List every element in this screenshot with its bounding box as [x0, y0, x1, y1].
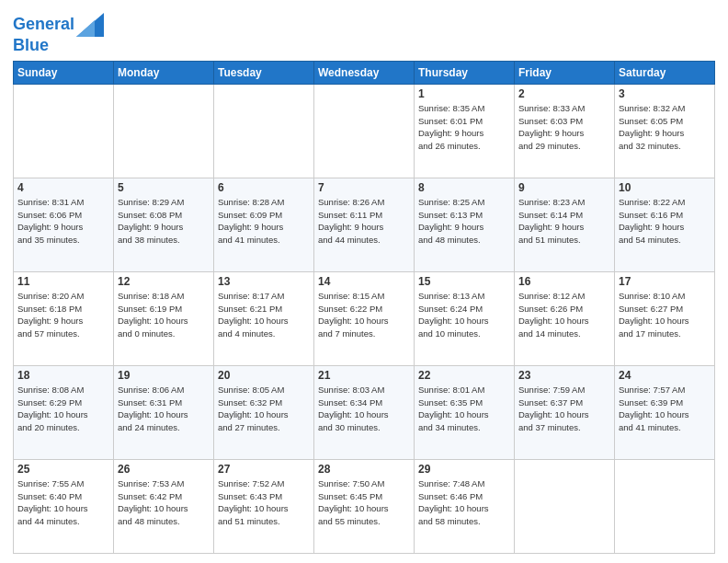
day-number: 4: [17, 181, 109, 194]
calendar-table: SundayMondayTuesdayWednesdayThursdayFrid…: [13, 61, 715, 554]
day-number: 15: [418, 275, 510, 288]
day-number: 2: [518, 87, 610, 100]
day-cell: 12Sunrise: 8:18 AM Sunset: 6:19 PM Dayli…: [114, 271, 214, 365]
day-cell: 14Sunrise: 8:15 AM Sunset: 6:22 PM Dayli…: [314, 271, 415, 365]
day-info: Sunrise: 8:23 AM Sunset: 6:14 PM Dayligh…: [518, 196, 610, 247]
week-row-1: 4Sunrise: 8:31 AM Sunset: 6:06 PM Daylig…: [14, 178, 715, 271]
day-info: Sunrise: 8:29 AM Sunset: 6:08 PM Dayligh…: [118, 196, 210, 247]
day-info: Sunrise: 7:50 AM Sunset: 6:45 PM Dayligh…: [318, 477, 410, 528]
day-number: 10: [619, 181, 711, 194]
header: General Blue: [13, 9, 715, 55]
day-number: 22: [418, 369, 510, 382]
day-info: Sunrise: 8:20 AM Sunset: 6:18 PM Dayligh…: [17, 290, 109, 340]
col-header-monday: Monday: [114, 61, 214, 84]
day-cell: 23Sunrise: 7:59 AM Sunset: 6:37 PM Dayli…: [515, 365, 615, 459]
day-number: 16: [518, 275, 610, 288]
day-info: Sunrise: 8:33 AM Sunset: 6:03 PM Dayligh…: [518, 102, 610, 153]
day-number: 9: [518, 181, 610, 194]
day-info: Sunrise: 8:12 AM Sunset: 6:26 PM Dayligh…: [518, 290, 610, 340]
day-info: Sunrise: 8:08 AM Sunset: 6:29 PM Dayligh…: [17, 384, 109, 434]
day-number: 21: [318, 369, 410, 382]
day-cell: 4Sunrise: 8:31 AM Sunset: 6:06 PM Daylig…: [14, 178, 114, 271]
day-cell: 13Sunrise: 8:17 AM Sunset: 6:21 PM Dayli…: [214, 271, 314, 365]
day-number: 28: [318, 463, 410, 476]
day-info: Sunrise: 8:10 AM Sunset: 6:27 PM Dayligh…: [619, 290, 711, 340]
day-info: Sunrise: 8:28 AM Sunset: 6:09 PM Dayligh…: [218, 196, 310, 247]
svg-marker-1: [76, 20, 95, 37]
col-header-sunday: Sunday: [14, 61, 114, 84]
day-cell: 5Sunrise: 8:29 AM Sunset: 6:08 PM Daylig…: [114, 178, 214, 271]
col-header-tuesday: Tuesday: [214, 61, 314, 84]
day-info: Sunrise: 8:15 AM Sunset: 6:22 PM Dayligh…: [318, 290, 410, 340]
day-cell: 19Sunrise: 8:06 AM Sunset: 6:31 PM Dayli…: [114, 365, 214, 459]
day-info: Sunrise: 8:17 AM Sunset: 6:21 PM Dayligh…: [218, 290, 310, 340]
day-number: 29: [418, 463, 510, 476]
day-cell: 21Sunrise: 8:03 AM Sunset: 6:34 PM Dayli…: [314, 365, 415, 459]
day-number: 14: [318, 275, 410, 288]
day-cell: 17Sunrise: 8:10 AM Sunset: 6:27 PM Dayli…: [615, 271, 715, 365]
day-info: Sunrise: 8:01 AM Sunset: 6:35 PM Dayligh…: [418, 384, 510, 434]
day-number: 24: [619, 369, 711, 382]
day-info: Sunrise: 7:57 AM Sunset: 6:39 PM Dayligh…: [619, 384, 711, 434]
day-info: Sunrise: 8:25 AM Sunset: 6:13 PM Dayligh…: [418, 196, 510, 247]
col-header-friday: Friday: [515, 61, 615, 84]
col-header-thursday: Thursday: [415, 61, 515, 84]
day-number: 6: [218, 181, 310, 194]
day-cell: 9Sunrise: 8:23 AM Sunset: 6:14 PM Daylig…: [515, 178, 615, 271]
day-cell: 6Sunrise: 8:28 AM Sunset: 6:09 PM Daylig…: [214, 178, 314, 271]
day-cell: 29Sunrise: 7:48 AM Sunset: 6:46 PM Dayli…: [415, 459, 515, 553]
day-number: 5: [118, 181, 210, 194]
day-cell: 3Sunrise: 8:32 AM Sunset: 6:05 PM Daylig…: [615, 84, 715, 178]
day-info: Sunrise: 7:53 AM Sunset: 6:42 PM Dayligh…: [118, 477, 210, 528]
week-row-2: 11Sunrise: 8:20 AM Sunset: 6:18 PM Dayli…: [14, 271, 715, 365]
day-cell: 7Sunrise: 8:26 AM Sunset: 6:11 PM Daylig…: [314, 178, 415, 271]
day-number: 19: [118, 369, 210, 382]
col-header-wednesday: Wednesday: [314, 61, 415, 84]
logo-text: General: [13, 16, 74, 34]
day-info: Sunrise: 8:22 AM Sunset: 6:16 PM Dayligh…: [619, 196, 711, 247]
day-info: Sunrise: 7:48 AM Sunset: 6:46 PM Dayligh…: [418, 477, 510, 528]
day-cell: 15Sunrise: 8:13 AM Sunset: 6:24 PM Dayli…: [415, 271, 515, 365]
day-number: 12: [118, 275, 210, 288]
col-header-saturday: Saturday: [615, 61, 715, 84]
day-cell: 27Sunrise: 7:52 AM Sunset: 6:43 PM Dayli…: [214, 459, 314, 553]
day-cell: [615, 459, 715, 553]
day-cell: 28Sunrise: 7:50 AM Sunset: 6:45 PM Dayli…: [314, 459, 415, 553]
day-cell: 25Sunrise: 7:55 AM Sunset: 6:40 PM Dayli…: [14, 459, 114, 553]
day-cell: [515, 459, 615, 553]
week-row-3: 18Sunrise: 8:08 AM Sunset: 6:29 PM Dayli…: [14, 365, 715, 459]
day-cell: [14, 84, 114, 178]
day-info: Sunrise: 8:18 AM Sunset: 6:19 PM Dayligh…: [118, 290, 210, 340]
day-info: Sunrise: 8:13 AM Sunset: 6:24 PM Dayligh…: [418, 290, 510, 340]
day-number: 17: [619, 275, 711, 288]
calendar-page: General Blue SundayMondayTuesdayWednesda…: [0, 0, 728, 563]
day-cell: 10Sunrise: 8:22 AM Sunset: 6:16 PM Dayli…: [615, 178, 715, 271]
logo: General Blue: [13, 13, 104, 55]
day-info: Sunrise: 8:32 AM Sunset: 6:05 PM Dayligh…: [619, 102, 711, 153]
calendar-header-row: SundayMondayTuesdayWednesdayThursdayFrid…: [14, 61, 715, 84]
day-info: Sunrise: 8:31 AM Sunset: 6:06 PM Dayligh…: [17, 196, 109, 247]
day-number: 26: [118, 463, 210, 476]
logo-icon: [76, 13, 104, 37]
day-info: Sunrise: 8:35 AM Sunset: 6:01 PM Dayligh…: [418, 102, 510, 153]
day-info: Sunrise: 7:59 AM Sunset: 6:37 PM Dayligh…: [518, 384, 610, 434]
day-info: Sunrise: 7:55 AM Sunset: 6:40 PM Dayligh…: [17, 477, 109, 528]
day-info: Sunrise: 8:26 AM Sunset: 6:11 PM Dayligh…: [318, 196, 410, 247]
day-cell: 24Sunrise: 7:57 AM Sunset: 6:39 PM Dayli…: [615, 365, 715, 459]
day-number: 11: [17, 275, 109, 288]
day-number: 27: [218, 463, 310, 476]
day-number: 23: [518, 369, 610, 382]
day-cell: 1Sunrise: 8:35 AM Sunset: 6:01 PM Daylig…: [415, 84, 515, 178]
day-cell: [214, 84, 314, 178]
day-number: 13: [218, 275, 310, 288]
day-number: 1: [418, 87, 510, 100]
logo-line2: Blue: [13, 37, 104, 55]
week-row-4: 25Sunrise: 7:55 AM Sunset: 6:40 PM Dayli…: [14, 459, 715, 553]
day-cell: [114, 84, 214, 178]
day-number: 8: [418, 181, 510, 194]
day-cell: 20Sunrise: 8:05 AM Sunset: 6:32 PM Dayli…: [214, 365, 314, 459]
day-number: 7: [318, 181, 410, 194]
day-info: Sunrise: 7:52 AM Sunset: 6:43 PM Dayligh…: [218, 477, 310, 528]
week-row-0: 1Sunrise: 8:35 AM Sunset: 6:01 PM Daylig…: [14, 84, 715, 178]
day-cell: 26Sunrise: 7:53 AM Sunset: 6:42 PM Dayli…: [114, 459, 214, 553]
